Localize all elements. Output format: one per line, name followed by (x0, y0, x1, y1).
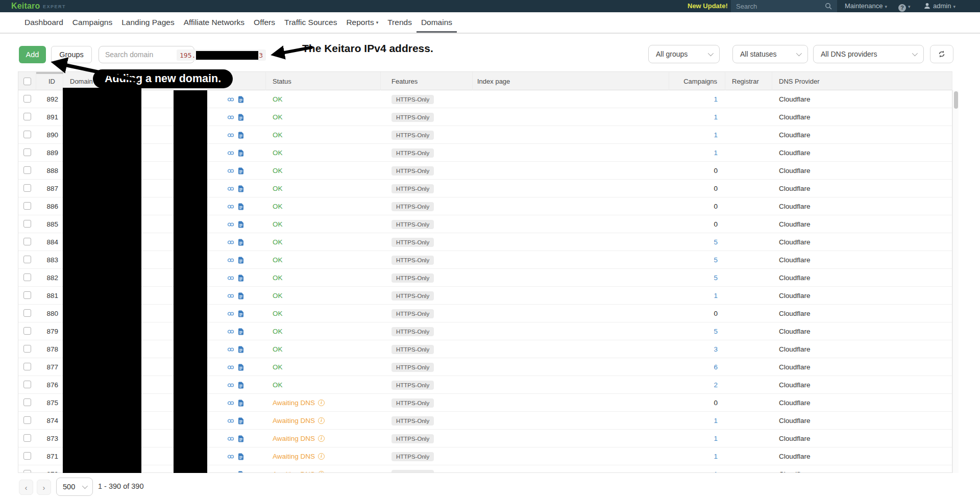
row-checkbox[interactable] (23, 470, 31, 473)
add-domain-button[interactable]: Add (19, 46, 46, 63)
campaigns-count[interactable]: 0 (714, 185, 718, 192)
chain-link-icon[interactable] (227, 364, 234, 370)
chain-link-icon[interactable] (227, 168, 234, 174)
chain-link-icon[interactable] (227, 382, 234, 388)
campaigns-count[interactable]: 1 (714, 149, 718, 157)
note-page-icon[interactable] (238, 364, 244, 371)
select-all-checkbox[interactable] (23, 78, 31, 85)
info-circle-icon[interactable]: i (318, 435, 325, 442)
campaigns-count[interactable]: 1 (714, 292, 718, 299)
row-checkbox[interactable] (23, 452, 31, 460)
chain-link-icon[interactable] (227, 436, 234, 442)
row-checkbox[interactable] (23, 291, 31, 299)
keitaro-logo[interactable]: Keitaro (11, 2, 40, 11)
nav-item-landing-pages[interactable]: Landing Pages (117, 12, 179, 33)
row-checkbox[interactable] (23, 202, 31, 210)
column-header-registrar[interactable]: Registrar (725, 72, 772, 90)
campaigns-count[interactable]: 6 (714, 363, 718, 371)
row-checkbox[interactable] (23, 131, 31, 138)
column-header-features[interactable]: Features (381, 72, 473, 90)
column-header-campaigns[interactable]: Campaigns (669, 72, 725, 90)
campaigns-count[interactable]: 0 (714, 167, 718, 174)
chain-link-icon[interactable] (227, 275, 234, 281)
note-page-icon[interactable] (238, 221, 244, 228)
note-page-icon[interactable] (238, 328, 244, 335)
campaigns-count[interactable]: 1 (714, 417, 718, 424)
chain-link-icon[interactable] (227, 329, 234, 335)
chain-link-icon[interactable] (227, 400, 234, 406)
campaigns-count[interactable]: 1 (714, 435, 718, 442)
row-checkbox[interactable] (23, 327, 31, 335)
campaigns-count[interactable]: 5 (714, 274, 718, 282)
campaigns-count[interactable]: 0 (714, 310, 718, 317)
note-page-icon[interactable] (238, 310, 244, 317)
note-page-icon[interactable] (238, 346, 244, 353)
row-checkbox[interactable] (23, 381, 31, 388)
chain-link-icon[interactable] (227, 418, 234, 424)
campaigns-count[interactable]: 1 (714, 470, 718, 472)
nav-item-offers[interactable]: Offers (249, 12, 280, 33)
campaigns-count[interactable]: 3 (714, 345, 718, 353)
next-page-button[interactable]: › (37, 480, 51, 495)
info-circle-icon[interactable]: i (318, 417, 325, 424)
refresh-button[interactable] (930, 45, 953, 63)
note-page-icon[interactable] (238, 399, 244, 407)
page-size-select[interactable]: 500 (56, 478, 93, 496)
chain-link-icon[interactable] (227, 311, 234, 317)
info-circle-icon[interactable]: i (318, 453, 325, 460)
column-header-id[interactable]: ID (36, 72, 63, 90)
prev-page-button[interactable]: ‹ (19, 480, 33, 495)
chain-link-icon[interactable] (227, 204, 234, 210)
row-checkbox[interactable] (23, 220, 31, 228)
row-checkbox[interactable] (23, 113, 31, 120)
row-checkbox[interactable] (23, 309, 31, 317)
filter-all-dns-providers[interactable]: All DNS providers (813, 45, 924, 63)
chain-link-icon[interactable] (227, 150, 234, 156)
note-page-icon[interactable] (238, 292, 244, 299)
nav-item-dashboard[interactable]: Dashboard (20, 12, 68, 33)
filter-all-statuses[interactable]: All statuses (732, 45, 808, 63)
global-search-input[interactable] (731, 0, 837, 12)
note-page-icon[interactable] (238, 417, 244, 424)
row-checkbox[interactable] (23, 434, 31, 442)
row-checkbox[interactable] (23, 398, 31, 406)
column-header-dns-provider[interactable]: DNS Provider (772, 72, 952, 90)
maintenance-menu[interactable]: Maintenance▾ (845, 0, 887, 12)
nav-item-campaigns[interactable]: Campaigns (68, 12, 117, 33)
campaigns-count[interactable]: 5 (714, 328, 718, 335)
chain-link-icon[interactable] (227, 132, 234, 138)
chain-link-icon[interactable] (227, 186, 234, 192)
note-page-icon[interactable] (238, 471, 244, 473)
row-checkbox[interactable] (23, 363, 31, 370)
note-page-icon[interactable] (238, 149, 244, 157)
campaigns-count[interactable]: 0 (714, 399, 718, 407)
nav-item-traffic-sources[interactable]: Traffic Sources (280, 12, 341, 33)
row-checkbox[interactable] (23, 256, 31, 263)
info-circle-icon[interactable]: i (318, 471, 325, 472)
campaigns-count[interactable]: 1 (714, 113, 718, 121)
campaigns-count[interactable]: 0 (714, 220, 718, 228)
groups-button[interactable]: Groups (51, 46, 92, 63)
nav-item-reports[interactable]: Reports▾ (341, 12, 383, 33)
note-page-icon[interactable] (238, 435, 244, 442)
campaigns-count[interactable]: 5 (714, 238, 718, 246)
note-page-icon[interactable] (238, 239, 244, 246)
chain-link-icon[interactable] (227, 257, 234, 263)
column-header-status[interactable]: Status (266, 72, 381, 90)
filter-all-groups[interactable]: All groups (648, 45, 720, 63)
campaigns-count[interactable]: 1 (714, 453, 718, 460)
table-scrollbar-thumb[interactable] (954, 91, 958, 109)
info-circle-icon[interactable]: i (318, 399, 325, 406)
campaigns-count[interactable]: 1 (714, 95, 718, 103)
note-page-icon[interactable] (238, 453, 244, 460)
row-checkbox[interactable] (23, 345, 31, 353)
note-page-icon[interactable] (238, 185, 244, 192)
row-checkbox[interactable] (23, 148, 31, 156)
nav-item-domains[interactable]: Domains (416, 12, 457, 33)
row-checkbox[interactable] (23, 416, 31, 424)
nav-item-trends[interactable]: Trends (383, 12, 416, 33)
note-page-icon[interactable] (238, 167, 244, 174)
campaigns-count[interactable]: 2 (714, 381, 718, 389)
note-page-icon[interactable] (238, 96, 244, 103)
chain-link-icon[interactable] (227, 454, 234, 460)
